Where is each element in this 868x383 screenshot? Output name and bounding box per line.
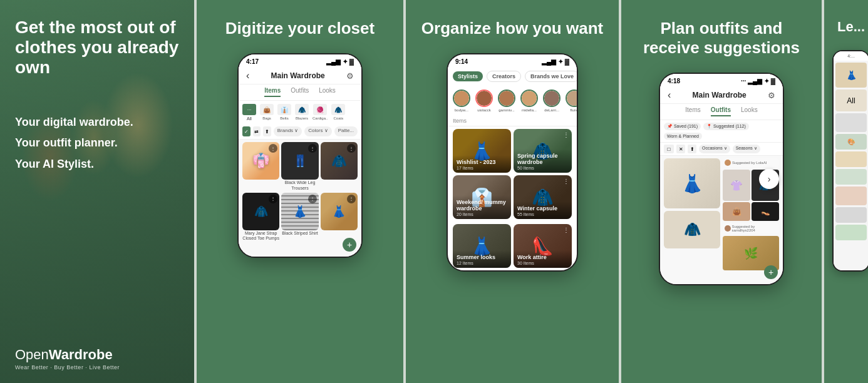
stylists-list: bodyw... uiolacck gammiv... midella... d…	[448, 86, 577, 116]
filter-pattern[interactable]: Patte...	[334, 126, 358, 136]
filter-seasons[interactable]: Seasons ∨	[733, 145, 760, 153]
tab-outfits-1[interactable]: Outfits	[291, 87, 309, 97]
suggested-badge-2: Suggested by samdhys2204	[723, 223, 779, 233]
next-arrow[interactable]: ›	[759, 169, 779, 189]
phone-mockup-2: 9:14 ▂▄▆ ✦ ▓ Stylists Creators Brands we…	[447, 53, 578, 272]
filter-colors[interactable]: Colors ∨	[304, 126, 331, 136]
item-label: Black Wide Leg Trousers	[281, 180, 318, 191]
phone-tabs-1: Items Outfits Looks	[239, 84, 361, 101]
status-bar-3: 4:18 ··· ▂▄▆ ✦ ▓	[660, 74, 783, 86]
filter-suggested[interactable]: 📍 Suggested (112)	[703, 123, 749, 130]
wardrobe-card-weekend[interactable]: 👔 Weekend/ mummy wardrobe 20 Items	[453, 175, 511, 219]
outfit-filters: 📌 Saved (191) 📍 Suggested (112) Worn & P…	[660, 120, 783, 143]
list-item: 🧥 ⋮	[321, 142, 358, 191]
hero-panel: Get the most out of clothes you already …	[0, 0, 194, 383]
stylist-3[interactable]: gammiv...	[498, 89, 515, 112]
item-menu[interactable]: ⋮	[269, 144, 277, 153]
item-menu[interactable]: ⋮	[269, 195, 277, 203]
stylist-2[interactable]: uiolacck	[475, 89, 493, 112]
wardrobe-card-spring[interactable]: 🧥 ⋮ Spring capsule wardrobe 50 Items	[514, 129, 572, 173]
tagline-2: Your outfit planner.	[15, 136, 179, 150]
time-1: 4:17	[246, 58, 259, 65]
chip-creators[interactable]: Creators	[487, 71, 521, 82]
add-outfit-button[interactable]: +	[764, 265, 778, 279]
signal-2: ▂▄▆ ✦ ▓	[542, 58, 569, 65]
tab-items-1[interactable]: Items	[264, 87, 281, 97]
phone-tabs-3: Items Outfits Looks	[660, 104, 783, 120]
stylist-1[interactable]: bodyw...	[453, 89, 470, 112]
phone-mockup-4-partial: 4:... 👗 All 🎨	[832, 50, 868, 272]
filter-worn[interactable]: Worn & Planned	[664, 133, 702, 140]
logo-sub: Wear Better · Buy Better · Live Better	[15, 364, 120, 370]
filter-occasions[interactable]: Occasions ∨	[699, 145, 730, 153]
screen-title-3: Main Wardrobe	[693, 91, 747, 100]
filter-saved[interactable]: 📌 Saved (191)	[664, 123, 701, 130]
back-arrow-3[interactable]: ‹	[668, 89, 671, 101]
status-bar-1: 4:17 ▂▄▆ ✦ ▓	[239, 54, 361, 67]
cat-belts[interactable]: 👔 Belts	[277, 104, 291, 121]
dropdown-filters: □ ✕ ⬆ Occasions ∨ Seasons ∨	[660, 143, 783, 156]
wardrobe-grid: 👗 Wishlist - 2023 17 Items 🧥 ⋮ Spring ca…	[448, 126, 577, 222]
phone-header-3: ‹ Main Wardrobe ⚙	[660, 86, 783, 104]
item-label: Black Striped Shirt	[281, 231, 318, 236]
gear-icon-3[interactable]: ⚙	[768, 91, 775, 100]
category-row: ··· All 👜 Bags 👔 Belts 🧥 Blazers 🧶	[239, 101, 361, 124]
item-menu[interactable]: ⋮	[347, 144, 356, 153]
plan-outfits-panel: Plan outfits and receive suggestions 4:1…	[621, 0, 822, 383]
wardrobe-card-winter[interactable]: 🧥 ⋮ Winter capsule 55 Items	[514, 175, 572, 219]
cat-cardigan[interactable]: 🧶 Cardiga..	[313, 104, 328, 121]
phone-mockup-1: 4:17 ▂▄▆ ✦ ▓ ‹ Main Wardrobe ⚙ Items Out…	[237, 53, 363, 258]
logo-text: OpenWardrobe	[15, 347, 113, 363]
add-item-button[interactable]: +	[343, 238, 356, 252]
logo-area: OpenWardrobe Wear Better · Buy Better · …	[15, 347, 179, 370]
chip-brands[interactable]: Brands we Love	[525, 71, 577, 82]
sort2-icon[interactable]: ⬆	[688, 145, 696, 153]
tab-looks-1[interactable]: Looks	[319, 87, 336, 97]
cat-coats[interactable]: 🧥 Coats	[331, 104, 345, 121]
cat-bags[interactable]: 👜 Bags	[260, 104, 274, 121]
wardrobe-card-wishlist[interactable]: 👗 Wishlist - 2023 17 Items	[453, 129, 511, 173]
partial-title: Le...	[837, 19, 865, 35]
cat-blazers[interactable]: 🧥 Blazers	[295, 104, 309, 121]
tagline-3: Your AI Stylist.	[15, 158, 179, 171]
list-item: 🧥 ⋮ Mary Jane Strap Closed Toe Pumps	[242, 193, 279, 242]
organize-title: Organize how you want	[421, 19, 603, 38]
stylist-filter-row: Stylists Creators Brands we Love	[448, 67, 577, 86]
hero-title: Get the most out of clothes you already …	[15, 18, 179, 78]
tab-items-3[interactable]: Items	[685, 106, 700, 116]
outfit-item-2[interactable]: 🧥	[664, 211, 720, 248]
time-2: 9:14	[455, 58, 468, 65]
filter-icon[interactable]: ✕	[676, 145, 685, 153]
stylist-6[interactable]: flune	[566, 89, 577, 112]
filter-brands[interactable]: Brands ∨	[274, 126, 302, 136]
digitize-panel: Digitize your closet 4:17 ▂▄▆ ✦ ▓ ‹ Main…	[197, 0, 403, 383]
chip-stylists[interactable]: Stylists	[453, 71, 483, 81]
outfit-item-1[interactable]: 👗	[664, 158, 720, 208]
back-arrow-1[interactable]: ‹	[246, 70, 249, 81]
sort-icon[interactable]: □	[664, 145, 674, 153]
item-menu[interactable]: ⋮	[308, 195, 317, 203]
stylist-4[interactable]: midella...	[520, 89, 538, 112]
item-menu[interactable]: ⋮	[308, 144, 317, 153]
tab-looks-3[interactable]: Looks	[741, 106, 758, 116]
list-item: 👘 ⋮	[242, 142, 279, 191]
digitize-title: Digitize your closet	[225, 19, 375, 38]
tagline-1: Your digital wardrobe.	[15, 116, 179, 130]
item-label: Mary Jane Strap Closed Toe Pumps	[242, 231, 279, 242]
signal-3: ··· ▂▄▆ ✦ ▓	[741, 78, 775, 84]
items-section-label: Items	[448, 116, 577, 126]
stylist-5[interactable]: deLarri...	[543, 89, 561, 112]
phone-mockup-3: 4:18 ··· ▂▄▆ ✦ ▓ ‹ Main Wardrobe ⚙ Items…	[659, 73, 784, 285]
time-3: 4:18	[668, 78, 680, 84]
wardrobe-card-extra2[interactable]: 👠 ⋮ Work attire 30 Items	[514, 224, 572, 268]
wardrobe-card-extra1[interactable]: 👗 Summer looks 12 Items	[453, 224, 511, 268]
list-item: 👖 ⋮ Black Wide Leg Trousers	[281, 142, 318, 191]
list-item: 👗 ⋮	[321, 193, 358, 242]
gear-icon-1[interactable]: ⚙	[346, 71, 354, 81]
signal-1: ▂▄▆ ✦ ▓	[326, 58, 354, 65]
filter-row-1: ✓ ⇄ ⬆ Brands ∨ Colors ∨ Patte...	[239, 124, 361, 140]
cat-all[interactable]: ··· All	[242, 104, 256, 121]
item-menu[interactable]: ⋮	[347, 195, 356, 203]
wardrobe-grid-2: 👗 Summer looks 12 Items 👠 ⋮ Work attire …	[448, 222, 577, 270]
tab-outfits-3[interactable]: Outfits	[711, 106, 731, 116]
